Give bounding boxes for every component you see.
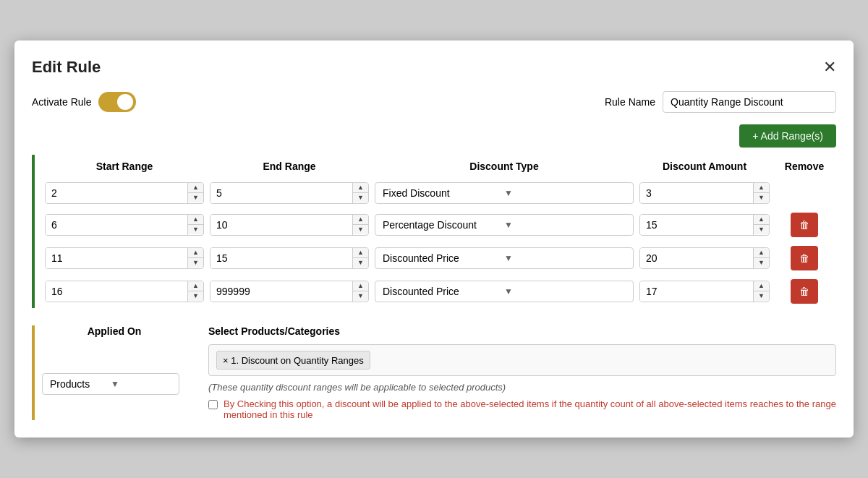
end-range-up-2[interactable]: ▲ [353, 215, 368, 225]
table-row: ▲ ▼ ▲ ▼ Fixed Discount ▼ ▲ ▼ [42, 178, 836, 208]
applied-on-section: Applied On Products ▼ [42, 325, 187, 395]
products-section-title: Select Products/Categories [208, 325, 836, 337]
table-row: ▲ ▼ ▲ ▼ Percentage Discount ▼ ▲ ▼ [42, 208, 836, 242]
discount-amount-field-3[interactable] [640, 248, 753, 268]
end-range-field-3[interactable] [210, 248, 352, 268]
end-range-field-2[interactable] [210, 215, 352, 235]
activate-rule-label: Activate Rule [32, 96, 91, 108]
start-range-input-1[interactable]: ▲ ▼ [45, 182, 204, 204]
discount-type-select-4[interactable]: Discounted Price ▼ [375, 281, 634, 302]
start-range-down-3[interactable]: ▼ [188, 258, 203, 268]
bottom-section: Applied On Products ▼ Select Products/Ca… [32, 325, 836, 420]
discount-type-select-2[interactable]: Percentage Discount ▼ [375, 214, 634, 236]
rule-name-section: Rule Name [605, 91, 836, 113]
product-tag[interactable]: × 1. Discount on Quantity Ranges [216, 351, 370, 370]
discount-type-select-3[interactable]: Discounted Price ▼ [375, 247, 634, 269]
discount-amount-down-3[interactable]: ▼ [754, 258, 769, 268]
start-range-field-1[interactable] [46, 183, 187, 203]
start-range-spinners-2: ▲ ▼ [187, 215, 203, 235]
add-range-wrapper: + Add Range(s) [32, 124, 836, 148]
remove-button-2[interactable]: 🗑 [791, 213, 818, 237]
start-range-down-1[interactable]: ▼ [188, 193, 203, 202]
end-range-down-2[interactable]: ▼ [353, 225, 368, 234]
discount-amount-up-1[interactable]: ▲ [754, 183, 769, 193]
end-range-spinners-2: ▲ ▼ [352, 215, 368, 235]
discount-amount-up-3[interactable]: ▲ [754, 248, 769, 258]
table-header: Start Range End Range Discount Type Disc… [42, 155, 836, 178]
table-row: ▲ ▼ ▲ ▼ Discounted Price ▼ ▲ ▼ [42, 242, 836, 275]
end-range-up-1[interactable]: ▲ [353, 183, 368, 193]
end-range-down-4[interactable]: ▼ [353, 291, 368, 301]
end-range-down-1[interactable]: ▼ [353, 193, 368, 202]
discount-type-value-4: Discounted Price [383, 286, 504, 297]
end-range-spinners-4: ▲ ▼ [352, 281, 368, 302]
end-range-down-3[interactable]: ▼ [353, 258, 368, 268]
col-discount-type: Discount Type [375, 161, 634, 172]
discount-amount-input-3[interactable]: ▲ ▼ [639, 247, 770, 269]
rule-name-label: Rule Name [605, 96, 655, 108]
checkbox-label: By Checking this option, a discount will… [224, 398, 836, 420]
aggregate-checkbox[interactable] [208, 400, 218, 409]
rule-name-input[interactable] [663, 91, 836, 113]
start-range-field-2[interactable] [46, 215, 187, 235]
discount-amount-field-4[interactable] [640, 281, 753, 302]
table-row: ▲ ▼ ▲ ▼ Discounted Price ▼ ▲ ▼ [42, 275, 836, 308]
add-range-button[interactable]: + Add Range(s) [739, 124, 836, 148]
discount-amount-field-2[interactable] [640, 215, 753, 235]
discount-amount-up-2[interactable]: ▲ [754, 215, 769, 225]
discount-amount-input-2[interactable]: ▲ ▼ [639, 214, 770, 236]
discount-amount-down-1[interactable]: ▼ [754, 193, 769, 202]
remove-button-3[interactable]: 🗑 [791, 246, 818, 270]
applied-on-title: Applied On [42, 325, 187, 337]
end-range-up-4[interactable]: ▲ [353, 281, 368, 291]
applied-on-select[interactable]: Products ▼ [42, 373, 179, 395]
products-note: (These quantity discount ranges will be … [208, 382, 836, 393]
col-discount-amount: Discount Amount [639, 161, 770, 172]
toggle-knob [117, 94, 133, 110]
discount-amount-up-4[interactable]: ▲ [754, 281, 769, 291]
start-range-input-3[interactable]: ▲ ▼ [45, 247, 204, 269]
discount-type-value-1: Fixed Discount [383, 187, 504, 199]
discount-type-arrow-3: ▼ [504, 253, 626, 263]
discount-amount-down-4[interactable]: ▼ [754, 291, 769, 301]
applied-on-value: Products [50, 378, 111, 390]
discount-type-arrow-4: ▼ [504, 286, 626, 296]
discount-amount-input-1[interactable]: ▲ ▼ [639, 182, 770, 204]
end-range-field-4[interactable] [210, 281, 352, 302]
end-range-input-3[interactable]: ▲ ▼ [210, 247, 369, 269]
discount-amount-spinners-2: ▲ ▼ [753, 215, 769, 235]
products-select-box[interactable]: × 1. Discount on Quantity Ranges [208, 344, 836, 376]
discount-type-select-1[interactable]: Fixed Discount ▼ [375, 182, 634, 204]
end-range-field-1[interactable] [210, 183, 352, 203]
discount-amount-field-1[interactable] [640, 183, 753, 203]
start-range-down-2[interactable]: ▼ [188, 225, 203, 234]
start-range-input-4[interactable]: ▲ ▼ [45, 281, 204, 302]
start-range-field-3[interactable] [46, 248, 187, 268]
activate-rule-toggle[interactable] [98, 92, 136, 112]
end-range-up-3[interactable]: ▲ [353, 248, 368, 258]
ranges-table-section: Start Range End Range Discount Type Disc… [32, 155, 836, 308]
start-range-up-2[interactable]: ▲ [188, 215, 203, 225]
end-range-input-1[interactable]: ▲ ▼ [210, 182, 369, 204]
discount-type-value-2: Percentage Discount [383, 219, 504, 231]
start-range-field-4[interactable] [46, 281, 187, 302]
products-section: Select Products/Categories × 1. Discount… [208, 325, 836, 420]
close-button[interactable]: ✕ [823, 58, 836, 77]
end-range-input-4[interactable]: ▲ ▼ [210, 281, 369, 302]
end-range-spinners-1: ▲ ▼ [352, 183, 368, 203]
discount-type-value-3: Discounted Price [383, 252, 504, 264]
discount-amount-spinners-3: ▲ ▼ [753, 248, 769, 268]
end-range-input-2[interactable]: ▲ ▼ [210, 214, 369, 236]
discount-amount-input-4[interactable]: ▲ ▼ [639, 281, 770, 302]
start-range-up-4[interactable]: ▲ [188, 281, 203, 291]
start-range-input-2[interactable]: ▲ ▼ [45, 214, 204, 236]
start-range-up-3[interactable]: ▲ [188, 248, 203, 258]
remove-button-4[interactable]: 🗑 [791, 279, 818, 304]
modal-title: Edit Rule [32, 58, 101, 77]
discount-amount-down-2[interactable]: ▼ [754, 225, 769, 234]
col-remove: Remove [775, 161, 833, 172]
modal-header: Edit Rule ✕ [32, 58, 836, 77]
start-range-spinners-1: ▲ ▼ [187, 183, 203, 203]
start-range-down-4[interactable]: ▼ [188, 291, 203, 301]
start-range-up-1[interactable]: ▲ [188, 183, 203, 193]
